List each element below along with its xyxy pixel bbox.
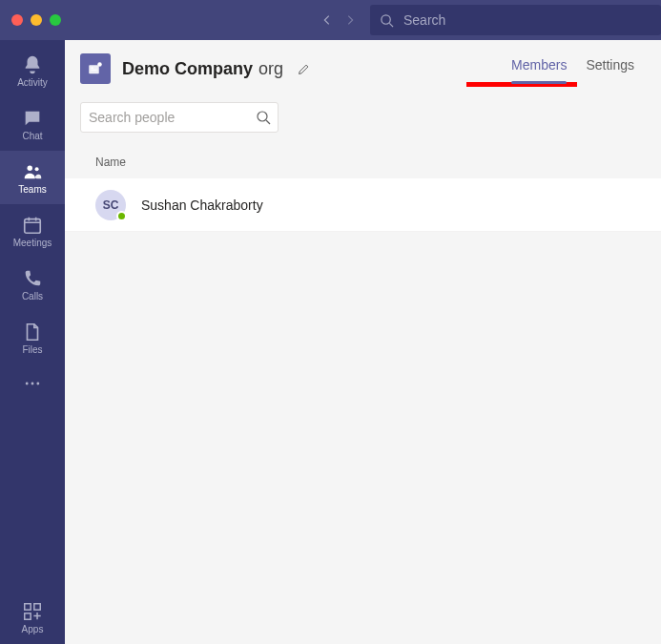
avatar: SC (95, 190, 126, 220)
svg-point-4 (26, 383, 29, 385)
titlebar (0, 0, 661, 40)
rail-chat[interactable]: Chat (0, 97, 65, 151)
svg-rect-7 (25, 603, 31, 609)
svg-point-2 (35, 167, 39, 171)
chat-icon (22, 108, 43, 129)
rail-label: Calls (22, 291, 43, 301)
svg-rect-3 (25, 218, 41, 233)
column-header-name: Name (65, 146, 661, 178)
nav-forward-button[interactable] (343, 13, 357, 27)
svg-point-11 (97, 62, 102, 67)
global-search-input[interactable] (403, 12, 651, 28)
search-icon (256, 110, 271, 125)
rail-teams[interactable]: Teams (0, 151, 65, 204)
svg-rect-12 (92, 68, 93, 70)
apps-icon (22, 601, 43, 622)
rail-label: Meetings (13, 238, 52, 248)
svg-rect-8 (34, 603, 40, 609)
team-avatar-icon (80, 53, 111, 84)
svg-point-0 (382, 14, 390, 23)
rail-apps[interactable]: Apps (0, 591, 65, 644)
edit-team-button[interactable] (297, 62, 311, 76)
pencil-icon (297, 62, 311, 76)
more-icon (23, 374, 42, 393)
teams-icon (22, 161, 43, 182)
tab-settings[interactable]: Settings (586, 53, 634, 84)
rail-label: Teams (18, 184, 46, 195)
svg-point-1 (28, 165, 33, 171)
search-icon (380, 13, 394, 28)
tab-members[interactable]: Members (511, 53, 567, 84)
rail-more[interactable] (0, 364, 65, 403)
calendar-icon (22, 215, 43, 236)
app-rail: Activity Chat Teams Meetings Calls Files (0, 40, 65, 644)
svg-rect-13 (92, 70, 97, 71)
bell-icon (22, 54, 43, 75)
window-maximize-button[interactable] (50, 14, 61, 26)
svg-point-6 (36, 383, 39, 385)
tabs: Members Settings (511, 53, 634, 84)
member-row[interactable]: SC Sushan Chakraborty (65, 178, 661, 232)
members-list: Name SC Sushan Chakraborty (65, 146, 661, 644)
page-header: Demo Company org Members Settings (65, 40, 661, 87)
file-icon (22, 322, 43, 343)
team-name: Demo Company (122, 59, 253, 79)
page-title: Demo Company org (122, 59, 283, 79)
global-search[interactable] (370, 5, 661, 35)
rail-activity[interactable]: Activity (0, 44, 65, 97)
svg-rect-9 (25, 613, 31, 618)
rail-label: Activity (17, 77, 48, 88)
rail-label: Apps (22, 624, 44, 634)
window-minimize-button[interactable] (31, 14, 42, 26)
member-name: Sushan Chakraborty (141, 197, 263, 213)
rail-label: Files (22, 344, 42, 355)
rail-meetings[interactable]: Meetings (0, 204, 65, 258)
presence-available-icon (116, 211, 127, 221)
rail-label: Chat (22, 131, 42, 141)
history-nav (320, 13, 357, 27)
members-search[interactable] (80, 102, 279, 133)
svg-point-14 (258, 112, 267, 121)
rail-files[interactable]: Files (0, 311, 65, 364)
avatar-initials: SC (103, 198, 119, 212)
nav-back-button[interactable] (320, 13, 334, 27)
window-controls (11, 14, 61, 26)
members-search-input[interactable] (89, 110, 256, 125)
svg-point-5 (31, 383, 34, 385)
main-pane: Demo Company org Members Settings Name (65, 40, 661, 644)
phone-icon (22, 268, 43, 289)
team-suffix: org (258, 59, 283, 79)
window-close-button[interactable] (11, 14, 23, 26)
rail-calls[interactable]: Calls (0, 258, 65, 311)
